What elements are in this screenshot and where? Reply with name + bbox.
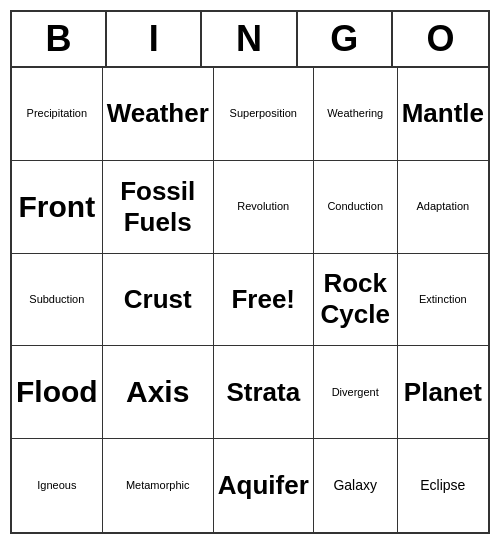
cell-text: Front bbox=[19, 189, 96, 225]
bingo-grid: PrecipitationWeatherSuperpositionWeather… bbox=[12, 68, 488, 532]
cell-text: Galaxy bbox=[333, 477, 377, 494]
cell-text: Planet bbox=[404, 377, 482, 408]
bingo-cell: Free! bbox=[214, 254, 314, 347]
bingo-cell: Adaptation bbox=[398, 161, 488, 254]
bingo-cell: Flood bbox=[12, 346, 103, 439]
bingo-cell: Weathering bbox=[314, 68, 398, 161]
cell-text: Divergent bbox=[332, 386, 379, 399]
cell-text: Fossil Fuels bbox=[107, 176, 209, 238]
cell-text: Precipitation bbox=[27, 107, 88, 120]
bingo-cell: Weather bbox=[103, 68, 214, 161]
cell-text: Metamorphic bbox=[126, 479, 190, 492]
cell-text: Adaptation bbox=[417, 200, 470, 213]
bingo-cell: Rock Cycle bbox=[314, 254, 398, 347]
cell-text: Conduction bbox=[327, 200, 383, 213]
bingo-card: BINGO PrecipitationWeatherSuperpositionW… bbox=[10, 10, 490, 534]
bingo-cell: Revolution bbox=[214, 161, 314, 254]
bingo-cell: Front bbox=[12, 161, 103, 254]
bingo-cell: Aquifer bbox=[214, 439, 314, 532]
bingo-cell: Fossil Fuels bbox=[103, 161, 214, 254]
bingo-cell: Divergent bbox=[314, 346, 398, 439]
cell-text: Mantle bbox=[402, 98, 484, 129]
cell-text: Strata bbox=[226, 377, 300, 408]
bingo-cell: Subduction bbox=[12, 254, 103, 347]
bingo-cell: Axis bbox=[103, 346, 214, 439]
bingo-header: BINGO bbox=[12, 12, 488, 68]
cell-text: Igneous bbox=[37, 479, 76, 492]
bingo-cell: Crust bbox=[103, 254, 214, 347]
cell-text: Superposition bbox=[230, 107, 297, 120]
bingo-cell: Superposition bbox=[214, 68, 314, 161]
cell-text: Rock Cycle bbox=[318, 268, 393, 330]
cell-text: Extinction bbox=[419, 293, 467, 306]
bingo-cell: Galaxy bbox=[314, 439, 398, 532]
header-letter-I: I bbox=[107, 12, 202, 66]
bingo-cell: Conduction bbox=[314, 161, 398, 254]
cell-text: Revolution bbox=[237, 200, 289, 213]
cell-text: Weather bbox=[107, 98, 209, 129]
bingo-cell: Metamorphic bbox=[103, 439, 214, 532]
bingo-cell: Mantle bbox=[398, 68, 488, 161]
bingo-cell: Eclipse bbox=[398, 439, 488, 532]
header-letter-G: G bbox=[298, 12, 393, 66]
bingo-cell: Igneous bbox=[12, 439, 103, 532]
header-letter-O: O bbox=[393, 12, 488, 66]
cell-text: Crust bbox=[124, 284, 192, 315]
cell-text: Flood bbox=[16, 374, 98, 410]
header-letter-N: N bbox=[202, 12, 297, 66]
bingo-cell: Strata bbox=[214, 346, 314, 439]
bingo-cell: Planet bbox=[398, 346, 488, 439]
cell-text: Aquifer bbox=[218, 470, 309, 501]
cell-text: Eclipse bbox=[420, 477, 465, 494]
cell-text: Axis bbox=[126, 374, 189, 410]
cell-text: Weathering bbox=[327, 107, 383, 120]
bingo-cell: Precipitation bbox=[12, 68, 103, 161]
bingo-cell: Extinction bbox=[398, 254, 488, 347]
cell-text: Free! bbox=[231, 284, 295, 315]
header-letter-B: B bbox=[12, 12, 107, 66]
cell-text: Subduction bbox=[29, 293, 84, 306]
